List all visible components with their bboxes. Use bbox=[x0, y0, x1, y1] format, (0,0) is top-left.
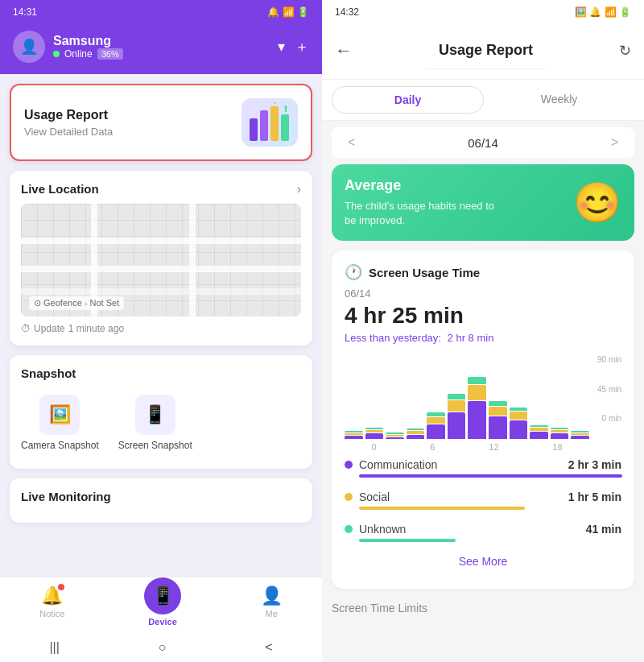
bar-green-4 bbox=[427, 412, 445, 416]
refresh-button[interactable]: ↻ bbox=[619, 42, 631, 60]
bar-col-4 bbox=[427, 412, 445, 439]
device-label: Device bbox=[148, 617, 176, 627]
average-description: The child's usage habits need to be impr… bbox=[345, 199, 506, 228]
nav-device[interactable]: 📱 Device bbox=[144, 577, 181, 627]
header-icons: ▾ ＋ bbox=[278, 37, 309, 56]
bar-green-0 bbox=[345, 431, 363, 432]
bar-col-7 bbox=[489, 401, 507, 439]
left-status-bar: 14:31 🔔 📶 🔋 bbox=[0, 0, 322, 23]
bar-yellow-3 bbox=[407, 431, 425, 434]
dropdown-icon[interactable]: ▾ bbox=[278, 38, 285, 56]
home-btn[interactable]: ○ bbox=[159, 640, 167, 655]
snapshot-card: Snapshot 🖼️ Camera Snapshot 📱 Screen Sna… bbox=[10, 355, 312, 469]
user-name: Samsung bbox=[53, 34, 270, 48]
bar-green-1 bbox=[365, 428, 384, 429]
camera-label: Camera Snapshot bbox=[21, 440, 99, 451]
camera-snapshot-item[interactable]: 🖼️ Camera Snapshot bbox=[21, 395, 99, 451]
svg-marker-5 bbox=[284, 105, 287, 108]
bar-col-2 bbox=[386, 432, 404, 440]
bar-yellow-4 bbox=[427, 417, 445, 424]
svg-rect-3 bbox=[281, 114, 289, 141]
usage-report-card[interactable]: Usage Report View Detailed Data bbox=[10, 84, 312, 161]
bar-col-6 bbox=[468, 377, 486, 440]
screen-time-value: 4 hr 25 min bbox=[345, 303, 621, 329]
me-icon: 👤 bbox=[261, 585, 283, 606]
usage-report-chart-icon bbox=[242, 98, 298, 147]
bar-green-7 bbox=[489, 401, 507, 406]
legend-label-0: Communication bbox=[359, 458, 562, 471]
avatar: 👤 bbox=[13, 31, 45, 63]
legend-label-2: Unknown bbox=[359, 523, 580, 536]
bar-purple-9 bbox=[530, 432, 548, 439]
left-time: 14:31 bbox=[13, 6, 37, 18]
bar-green-10 bbox=[551, 428, 569, 429]
screen-usage-header: 🕐 Screen Usage Time bbox=[345, 263, 621, 281]
bar-col-5 bbox=[448, 394, 466, 440]
back-btn-sys[interactable]: < bbox=[265, 640, 272, 655]
left-content: Usage Report View Detailed Data Li bbox=[0, 74, 322, 577]
notice-label: Notice bbox=[39, 609, 64, 619]
legend-dot-1 bbox=[345, 493, 353, 501]
online-label: Online bbox=[64, 48, 93, 60]
bar-green-8 bbox=[510, 408, 528, 412]
tab-weekly[interactable]: Weekly bbox=[484, 86, 634, 114]
nav-notice[interactable]: 🔔 Notice bbox=[39, 585, 64, 619]
right-status-bar: 14:32 🖼️ 🔔 📶 🔋 bbox=[322, 0, 644, 23]
bar-purple-8 bbox=[510, 420, 528, 440]
bar-purple-10 bbox=[551, 433, 569, 440]
bar-purple-1 bbox=[365, 433, 384, 440]
bar-yellow-2 bbox=[386, 435, 404, 437]
legend-label-1: Social bbox=[359, 490, 562, 503]
snapshot-icons: 🖼️ Camera Snapshot 📱 Screen Snapshot bbox=[21, 388, 301, 457]
screen-snapshot-item[interactable]: 📱 Screen Snapshot bbox=[118, 395, 192, 451]
bar-yellow-8 bbox=[510, 412, 528, 419]
legend-time-1: 1 hr 5 min bbox=[568, 490, 621, 503]
bar-purple-7 bbox=[489, 416, 507, 439]
bar-purple-6 bbox=[468, 401, 486, 439]
bar-yellow-6 bbox=[468, 385, 486, 400]
tab-daily[interactable]: Daily bbox=[332, 86, 484, 114]
prev-date-button[interactable]: < bbox=[348, 135, 355, 150]
screen-date: 06/14 bbox=[345, 288, 621, 300]
bar-purple-5 bbox=[448, 412, 466, 439]
live-location-title: Live Location › bbox=[21, 182, 301, 196]
bar-yellow-0 bbox=[345, 433, 363, 435]
bar-yellow-7 bbox=[489, 407, 507, 416]
legend-item-1: Social1 hr 5 min bbox=[345, 490, 621, 510]
next-date-button[interactable]: > bbox=[611, 135, 618, 150]
legend-dot-0 bbox=[345, 461, 353, 469]
left-header: 👤 Samsung Online 36% ▾ ＋ bbox=[0, 23, 322, 74]
bar-green-6 bbox=[468, 377, 486, 384]
live-location-chevron[interactable]: › bbox=[297, 182, 301, 197]
legend-section: Communication2 hr 3 minSocial1 hr 5 minU… bbox=[345, 458, 621, 547]
bar-col-8 bbox=[510, 408, 528, 440]
usage-report-text: Usage Report View Detailed Data bbox=[24, 108, 113, 138]
camera-icon: 🖼️ bbox=[39, 395, 80, 435]
legend-item-0: Communication2 hr 3 min bbox=[345, 458, 621, 478]
bar-yellow-9 bbox=[530, 428, 548, 431]
right-panel: 14:32 🖼️ 🔔 📶 🔋 ← Usage Report ↻ Daily We… bbox=[322, 0, 644, 662]
svg-rect-0 bbox=[250, 118, 258, 141]
current-date: 06/14 bbox=[468, 136, 498, 150]
system-nav: ||| ○ < bbox=[0, 633, 322, 662]
compare-value: 2 hr 8 min bbox=[448, 332, 494, 344]
legend-bar-0 bbox=[359, 474, 622, 478]
bar-col-11 bbox=[571, 431, 589, 440]
add-icon[interactable]: ＋ bbox=[295, 37, 309, 56]
average-emoji: 😊 bbox=[573, 180, 621, 225]
nav-me[interactable]: 👤 Me bbox=[261, 585, 283, 619]
back-button[interactable]: ← bbox=[335, 40, 353, 61]
left-panel: 14:31 🔔 📶 🔋 👤 Samsung Online 36% ▾ ＋ Usa… bbox=[0, 0, 322, 662]
bar-purple-0 bbox=[345, 436, 363, 440]
bar-green-5 bbox=[448, 394, 466, 400]
menu-btn[interactable]: ||| bbox=[49, 640, 59, 655]
see-more-button[interactable]: See More bbox=[345, 547, 621, 576]
legend-time-0: 2 hr 3 min bbox=[568, 458, 621, 471]
svg-rect-2 bbox=[270, 106, 279, 141]
screen-limits-title: Screen Time Limits bbox=[332, 598, 634, 618]
legend-bar-1 bbox=[359, 507, 525, 510]
bar-green-3 bbox=[407, 428, 425, 430]
screen-usage-card: 🕐 Screen Usage Time 06/14 4 hr 25 min Le… bbox=[332, 250, 634, 589]
legend-time-2: 41 min bbox=[586, 523, 621, 536]
right-content: Average The child's usage habits need to… bbox=[322, 164, 644, 662]
